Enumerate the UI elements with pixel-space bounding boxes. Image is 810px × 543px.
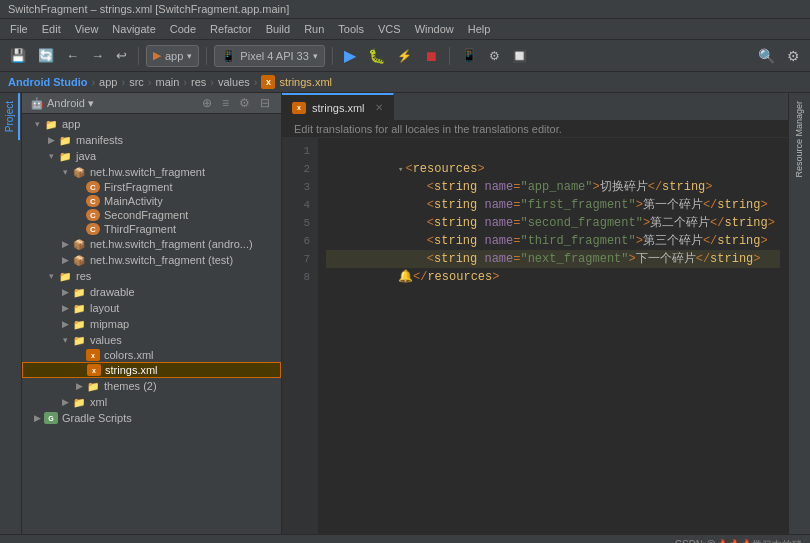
tree-label-gradle: Gradle Scripts <box>62 412 132 424</box>
line-num-6: 6 <box>286 232 310 250</box>
layout-folder-icon: 📁 <box>72 301 86 315</box>
profile-btn[interactable]: ⚡ <box>393 47 416 65</box>
menu-window[interactable]: Window <box>409 21 460 37</box>
toolbar-undo-btn[interactable]: ↩ <box>112 46 131 65</box>
menu-refactor[interactable]: Refactor <box>204 21 258 37</box>
panel-sync-btn[interactable]: ⊕ <box>199 95 215 111</box>
breadcrumb-main[interactable]: main <box>155 76 179 88</box>
tree-arrow-manifests: ▶ <box>44 133 58 147</box>
tree-item-pkg-android[interactable]: ▶ 📦 net.hw.switch_fragment (andro...) <box>22 236 281 252</box>
tree-label-pkg-android: net.hw.switch_fragment (andro...) <box>90 238 253 250</box>
tree-item-main-activity[interactable]: C MainActivity <box>22 194 281 208</box>
menu-edit[interactable]: Edit <box>36 21 67 37</box>
watermark: CSDN @🔥🔥🔥学习中的猪 <box>675 538 802 544</box>
toolbar-sync-btn[interactable]: 🔄 <box>34 46 58 65</box>
tree-label-main-activity: MainActivity <box>104 195 163 207</box>
menu-bar: File Edit View Navigate Code Refactor Bu… <box>0 19 810 40</box>
breadcrumb-res[interactable]: res <box>191 76 206 88</box>
main-layout: Project 🤖 Android ▾ ⊕ ≡ ⚙ ⊟ ▾ 📁 app <box>0 93 810 534</box>
code-editor[interactable]: ▾<resources> <string name="app_name">切换碎… <box>318 138 788 534</box>
android-dropdown-label: Android <box>47 97 85 109</box>
debug-btn[interactable]: 🐛 <box>364 46 389 66</box>
breadcrumb-android-studio[interactable]: Android Studio <box>8 76 87 88</box>
panel-hide-btn[interactable]: ⊟ <box>257 95 273 111</box>
toolbar-save-btn[interactable]: 💾 <box>6 46 30 65</box>
res-folder-icon: 📁 <box>58 269 72 283</box>
device-dropdown[interactable]: 📱 Pixel 4 API 33 ▾ <box>214 45 325 67</box>
tree-item-gradle[interactable]: ▶ G Gradle Scripts <box>22 410 281 426</box>
editor-info-bar: Edit translations for all locales in the… <box>282 121 788 138</box>
tree-item-colors-xml[interactable]: x colors.xml <box>22 348 281 362</box>
first-fragment-class-icon: C <box>86 181 100 193</box>
tree-item-second-fragment[interactable]: C SecondFragment <box>22 208 281 222</box>
tree-item-layout[interactable]: ▶ 📁 layout <box>22 300 281 316</box>
panel-settings-btn[interactable]: ⚙ <box>236 95 253 111</box>
tree-item-drawable[interactable]: ▶ 📁 drawable <box>22 284 281 300</box>
menu-help[interactable]: Help <box>462 21 497 37</box>
breadcrumb-values[interactable]: values <box>218 76 250 88</box>
tree-item-pkg[interactable]: ▾ 📦 net.hw.switch_fragment <box>22 164 281 180</box>
tree-label-third-fragment: ThirdFragment <box>104 223 176 235</box>
toolbar-back-btn[interactable]: ← <box>62 46 83 65</box>
tree-label-xml: xml <box>90 396 107 408</box>
project-tab[interactable]: Project <box>1 93 20 140</box>
tree-item-first-fragment[interactable]: C FirstFragment <box>22 180 281 194</box>
menu-code[interactable]: Code <box>164 21 202 37</box>
avd-btn[interactable]: 📱 <box>457 46 481 65</box>
app-config-dropdown[interactable]: ▶ app ▾ <box>146 45 199 67</box>
mipmap-folder-icon: 📁 <box>72 317 86 331</box>
search-everywhere-btn[interactable]: 🔍 <box>754 46 779 66</box>
editor-info-text: Edit translations for all locales in the… <box>294 123 562 135</box>
sdk-btn[interactable]: ⚙ <box>485 47 504 65</box>
tree-item-third-fragment[interactable]: C ThirdFragment <box>22 222 281 236</box>
strings-xml-icon: x <box>261 75 275 89</box>
second-fragment-class-icon: C <box>86 209 100 221</box>
breadcrumb-src[interactable]: src <box>129 76 144 88</box>
menu-vcs[interactable]: VCS <box>372 21 407 37</box>
values-folder-icon: 📁 <box>72 333 86 347</box>
resource-manager-tab[interactable]: Resource Manager <box>791 93 809 186</box>
tree-item-values[interactable]: ▾ 📁 values <box>22 332 281 348</box>
main-activity-class-icon: C <box>86 195 100 207</box>
tree-label-first-fragment: FirstFragment <box>104 181 172 193</box>
tree-label-res: res <box>76 270 91 282</box>
tree-item-mipmap[interactable]: ▶ 📁 mipmap <box>22 316 281 332</box>
menu-navigate[interactable]: Navigate <box>106 21 161 37</box>
xml-folder-icon: 📁 <box>72 395 86 409</box>
menu-run[interactable]: Run <box>298 21 330 37</box>
settings-btn[interactable]: ⚙ <box>783 46 804 66</box>
toolbar-forward-btn[interactable]: → <box>87 46 108 65</box>
panel-gear-btn[interactable]: ≡ <box>219 95 232 111</box>
tab-strings-xml[interactable]: x strings.xml ✕ <box>282 93 394 120</box>
breadcrumb-strings-xml[interactable]: strings.xml <box>279 76 332 88</box>
menu-tools[interactable]: Tools <box>332 21 370 37</box>
left-side-tabs: Project <box>0 93 22 534</box>
tree-item-themes[interactable]: ▶ 📁 themes (2) <box>22 378 281 394</box>
tree-item-xml[interactable]: ▶ 📁 xml <box>22 394 281 410</box>
tree-label-values: values <box>90 334 122 346</box>
tab-close-strings[interactable]: ✕ <box>375 102 383 113</box>
stop-btn[interactable]: ⏹ <box>420 46 442 66</box>
menu-file[interactable]: File <box>4 21 34 37</box>
menu-build[interactable]: Build <box>260 21 296 37</box>
tree-item-app[interactable]: ▾ 📁 app <box>22 116 281 132</box>
tree-item-java[interactable]: ▾ 📁 java <box>22 148 281 164</box>
tree-arrow-java: ▾ <box>44 149 58 163</box>
tree-item-res[interactable]: ▾ 📁 res <box>22 268 281 284</box>
app-folder-icon: 📁 <box>44 117 58 131</box>
tree-label-pkg: net.hw.switch_fragment <box>90 166 205 178</box>
tree-item-manifests[interactable]: ▶ 📁 manifests <box>22 132 281 148</box>
tree-item-pkg-test[interactable]: ▶ 📦 net.hw.switch_fragment (test) <box>22 252 281 268</box>
toolbar-sep-2 <box>206 47 207 65</box>
tree-arrow-app: ▾ <box>30 117 44 131</box>
layout-editor-btn[interactable]: 🔲 <box>508 47 531 65</box>
run-btn[interactable]: ▶ <box>340 44 360 67</box>
editor-tabs: x strings.xml ✕ <box>282 93 788 121</box>
tree-item-strings-xml[interactable]: x strings.xml <box>22 362 281 378</box>
breadcrumb-app[interactable]: app <box>99 76 117 88</box>
menu-view[interactable]: View <box>69 21 105 37</box>
fold-arrow-1[interactable]: ▾ <box>398 165 403 175</box>
tree-label-manifests: manifests <box>76 134 123 146</box>
android-dropdown[interactable]: 🤖 Android ▾ <box>30 97 94 110</box>
android-dropdown-arrow: ▾ <box>88 97 94 110</box>
